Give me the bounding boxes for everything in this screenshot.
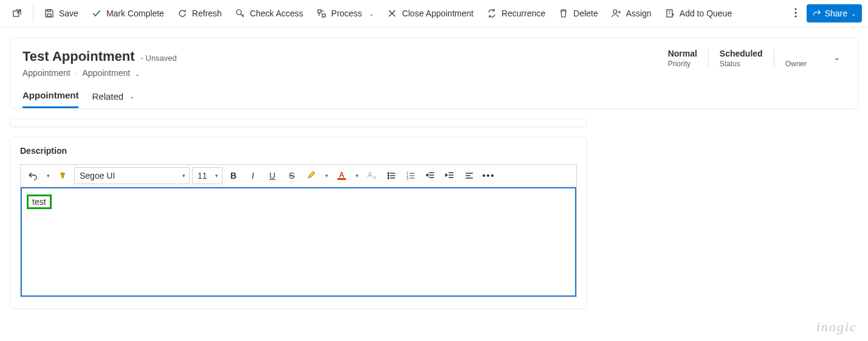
rte-more-button[interactable]: •••: [480, 167, 497, 184]
svg-point-13: [388, 177, 389, 179]
command-bar: Save Mark Complete Refresh Check Access …: [0, 0, 868, 27]
svg-point-9: [794, 12, 796, 13]
delete-button[interactable]: Delete: [553, 2, 604, 24]
highlight-dropdown[interactable]: ▾: [322, 167, 331, 184]
font-family-select[interactable]: Segoe UI ▾: [74, 167, 190, 184]
refresh-button[interactable]: Refresh: [171, 2, 228, 24]
font-family-value: Segoe UI: [80, 171, 115, 181]
expand-header-button[interactable]: ⌄: [828, 49, 846, 66]
font-color-dropdown[interactable]: ▾: [353, 167, 361, 184]
save-button[interactable]: Save: [38, 2, 84, 24]
mark-complete-button[interactable]: Mark Complete: [86, 2, 170, 24]
highlight-button[interactable]: [303, 167, 320, 184]
description-label: Description: [20, 146, 577, 156]
status-field[interactable]: Scheduled Status: [720, 49, 774, 68]
close-appointment-button[interactable]: Close Appointment: [381, 2, 480, 24]
font-color-button[interactable]: A: [333, 167, 350, 184]
bullet-list-button[interactable]: [383, 167, 400, 184]
mark-complete-label: Mark Complete: [106, 9, 164, 18]
process-icon: [317, 9, 326, 18]
chevron-down-icon: ⌄: [135, 71, 140, 77]
header-fields: Normal Priority Scheduled Status Owner ⌄: [668, 49, 846, 68]
font-size-value: 11: [198, 171, 207, 181]
owner-field[interactable]: Owner: [785, 49, 818, 68]
svg-rect-2: [47, 10, 50, 12]
chevron-down-icon: ⌄: [851, 10, 856, 17]
save-icon: [44, 9, 54, 18]
recurrence-label: Recurrence: [501, 9, 545, 18]
delete-label: Delete: [573, 9, 598, 18]
svg-point-12: [388, 175, 389, 176]
font-size-select[interactable]: 11 ▾: [192, 167, 222, 184]
svg-rect-0: [13, 11, 19, 16]
overflow-button[interactable]: [786, 2, 805, 24]
italic-button[interactable]: I: [244, 167, 261, 184]
clear-format-button[interactable]: A✕: [363, 167, 381, 184]
owner-label: Owner: [785, 60, 807, 68]
key-icon: [235, 9, 245, 18]
close-appointment-label: Close Appointment: [402, 9, 474, 18]
refresh-label: Refresh: [192, 9, 222, 18]
outdent-button[interactable]: [422, 167, 439, 184]
priority-label: Priority: [668, 60, 697, 68]
previous-section-edge: [10, 119, 587, 127]
refresh-icon: [177, 9, 187, 18]
more-vertical-icon: [794, 8, 797, 19]
assign-label: Assign: [626, 9, 652, 18]
popout-button[interactable]: [6, 2, 28, 24]
tab-list: Appointment Related ⌄: [22, 90, 846, 108]
svg-point-10: [794, 15, 796, 17]
description-textarea[interactable]: test: [21, 187, 576, 297]
record-header: Test Appointment - Unsaved Appointment ·…: [10, 37, 858, 109]
process-button[interactable]: Process ⌄: [311, 2, 381, 24]
strikethrough-button[interactable]: S: [283, 167, 300, 184]
breadcrumb: Appointment · Appointment ⌄: [22, 68, 846, 78]
check-access-button[interactable]: Check Access: [229, 2, 309, 24]
rte-toolbar: ▾ Segoe UI ▾ 11 ▾ B I U S: [21, 165, 576, 187]
svg-text:3: 3: [407, 177, 408, 181]
recurrence-button[interactable]: Recurrence: [481, 2, 551, 24]
indent-button[interactable]: [441, 167, 458, 184]
priority-field[interactable]: Normal Priority: [668, 49, 709, 68]
more-horizontal-icon: •••: [483, 171, 495, 181]
description-section: Description ▾ Segoe UI ▾ 11 ▾ B: [10, 137, 587, 309]
svg-point-11: [388, 173, 389, 174]
rich-text-editor: ▾ Segoe UI ▾ 11 ▾ B I U S: [20, 164, 577, 297]
chevron-down-icon: ⌄: [129, 93, 134, 100]
check-icon: [92, 9, 102, 18]
separator-dot: ·: [75, 68, 78, 78]
undo-dropdown[interactable]: ▾: [44, 167, 52, 184]
record-title: Test Appointment: [22, 49, 135, 64]
chevron-down-icon: ▾: [182, 173, 185, 179]
numbered-list-button[interactable]: 123: [402, 167, 419, 184]
priority-value: Normal: [668, 49, 697, 58]
add-to-queue-button[interactable]: Add to Queue: [659, 2, 738, 24]
share-label: Share: [825, 9, 847, 18]
svg-rect-1: [47, 14, 51, 16]
assign-button[interactable]: Assign: [605, 2, 658, 24]
unsaved-indicator: - Unsaved: [141, 53, 177, 63]
entity-name[interactable]: Appointment: [22, 68, 71, 78]
separator: [33, 5, 33, 22]
paint-format-button[interactable]: [55, 167, 72, 184]
recurrence-icon: [487, 9, 497, 18]
highlighter-icon: [306, 170, 316, 182]
svg-rect-5: [322, 14, 325, 17]
align-button[interactable]: [461, 167, 478, 184]
share-button[interactable]: Share ⌄: [807, 4, 862, 22]
assign-icon: [611, 9, 621, 18]
save-label: Save: [59, 9, 78, 18]
close-icon: [387, 9, 397, 18]
form-selector[interactable]: Appointment ⌄: [83, 68, 140, 78]
svg-point-8: [794, 8, 796, 10]
svg-point-6: [613, 10, 617, 13]
svg-rect-4: [318, 10, 321, 13]
underline-button[interactable]: U: [264, 167, 281, 184]
status-label: Status: [720, 60, 763, 68]
chevron-down-icon: ▾: [215, 173, 218, 179]
tab-appointment[interactable]: Appointment: [22, 90, 78, 108]
undo-button[interactable]: [24, 167, 41, 184]
bold-button[interactable]: B: [225, 167, 242, 184]
share-icon: [813, 9, 821, 19]
tab-related[interactable]: Related ⌄: [92, 90, 134, 108]
